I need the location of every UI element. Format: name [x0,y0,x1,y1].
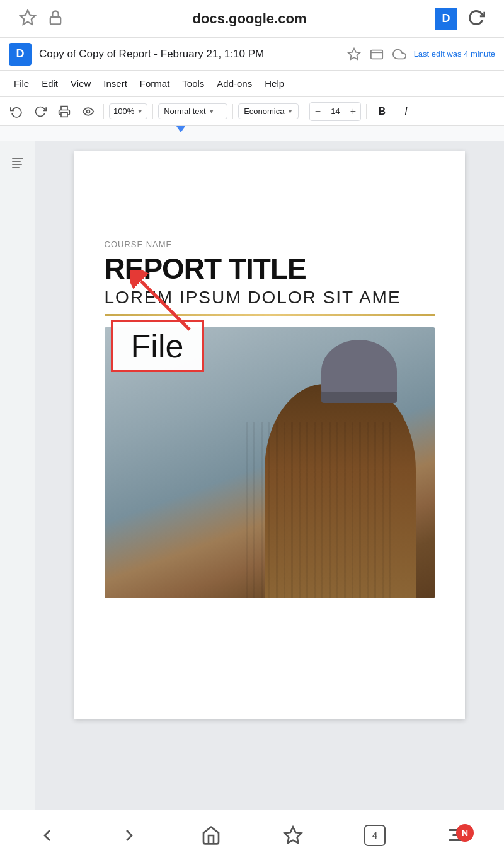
menu-help[interactable]: Help [260,76,289,91]
toolbar: 100% ▼ Normal text ▼ Economica ▼ − 14 + … [0,97,504,126]
menu-addons[interactable]: Add-ons [212,76,257,91]
menu-view[interactable]: View [66,76,96,91]
undo-button[interactable] [6,102,26,122]
menu-bar: File Edit View Insert Format Tools Add-o… [0,71,504,97]
svg-rect-3 [370,50,382,59]
svg-marker-0 [20,10,35,24]
ruler-inner [98,126,504,141]
cloud-icon[interactable] [392,47,406,61]
person-hat [321,340,397,403]
style-selector[interactable]: Normal text ▼ [158,103,227,119]
forward-button[interactable] [110,816,148,854]
paintformat-button[interactable] [78,102,98,122]
svg-rect-6 [12,158,23,159]
browser-status-bar: docs.google.com D [0,0,504,38]
toolbar-divider-4 [304,104,304,119]
toolbar-divider-3 [232,104,233,119]
ruler-marker [176,126,185,132]
star-icon[interactable] [347,47,361,61]
toolbar-divider-1 [103,104,104,119]
svg-marker-2 [348,48,359,59]
back-button[interactable] [28,816,66,854]
menu-edit[interactable]: Edit [37,76,63,91]
svg-rect-1 [50,16,60,24]
toolbar-divider-5 [366,104,367,119]
document-page: File Course Name REPORT TITLE LOREM IPSU… [74,151,465,719]
svg-rect-9 [12,167,20,168]
print-button[interactable] [54,102,74,122]
document-sidebar [0,141,35,810]
docs-app-icon[interactable]: D [435,8,457,30]
document-title[interactable]: Copy of Copy of Report - February 21, 1:… [39,48,340,61]
course-name-label: Course Name [105,240,435,249]
document-area: File Course Name REPORT TITLE LOREM IPSU… [0,141,504,810]
font-chevron-icon: ▼ [287,108,293,115]
svg-rect-7 [12,161,21,162]
outline-icon[interactable] [6,151,29,174]
svg-rect-4 [61,112,67,117]
font-selector[interactable]: Economica ▼ [238,103,299,119]
font-size-decrease-button[interactable]: − [310,103,325,120]
refresh-icon[interactable] [467,9,485,29]
redo-button[interactable] [30,102,50,122]
menu-insert[interactable]: Insert [98,76,132,91]
docs-logo: D [9,43,32,66]
menu-button[interactable]: N [438,816,476,854]
last-edit-label: Last edit was 4 minute [414,49,495,59]
font-size-value[interactable]: 14 [326,107,344,116]
person-body [265,384,416,598]
tab-count-badge: 4 [364,825,386,846]
zoom-selector[interactable]: 100% ▼ [109,103,147,119]
menu-format[interactable]: Format [135,76,175,91]
font-size-increase-button[interactable]: + [345,103,360,120]
bookmark-icon[interactable] [19,9,37,29]
bookmark-nav-button[interactable] [274,816,312,854]
annotation-arrow [130,270,199,342]
italic-button[interactable]: I [396,102,416,122]
font-size-control: − 14 + [309,102,361,121]
bold-button[interactable]: B [372,102,392,122]
jacket-texture [246,422,397,598]
user-avatar: N [456,824,474,842]
url-bar[interactable]: docs.google.com [64,11,435,27]
home-button[interactable] [192,816,230,854]
style-chevron-icon: ▼ [209,108,215,115]
document-page-wrapper: File Course Name REPORT TITLE LOREM IPSU… [35,141,504,810]
lock-icon [47,9,64,29]
hat-ribbing [321,392,397,403]
bottom-navigation: 4 N [0,810,504,860]
ruler [0,126,504,141]
svg-rect-8 [12,164,22,165]
tabs-button[interactable]: 4 [356,816,394,854]
toolbar-divider-2 [152,104,153,119]
svg-line-11 [141,281,190,330]
svg-point-5 [87,110,90,113]
title-bar: D Copy of Copy of Report - February 21, … [0,38,504,71]
zoom-chevron-icon: ▼ [137,108,143,115]
svg-marker-12 [285,827,302,842]
menu-file[interactable]: File [9,76,34,91]
folder-icon[interactable] [370,47,384,61]
menu-tools[interactable]: Tools [177,76,209,91]
